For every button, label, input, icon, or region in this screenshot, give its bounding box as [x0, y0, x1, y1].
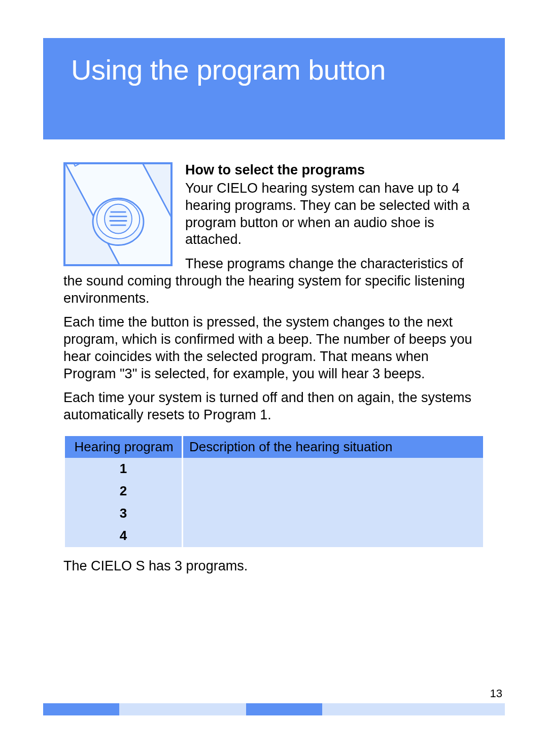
footer-stripe	[43, 703, 505, 715]
footer-segment	[246, 703, 322, 715]
footnote: The CIELO S has 3 programs.	[63, 558, 485, 574]
programs-table: Hearing program Description of the heari…	[63, 436, 485, 547]
footer-segment	[119, 703, 246, 715]
table-row: 2	[65, 480, 483, 502]
table-row: 3	[65, 502, 483, 525]
programs-table-wrap: Hearing program Description of the heari…	[63, 436, 485, 547]
program-button-illustration	[63, 162, 173, 266]
cell-program: 2	[65, 480, 182, 502]
cell-description	[183, 480, 483, 502]
th-program: Hearing program	[65, 436, 182, 458]
cell-program: 1	[65, 458, 182, 480]
page-number: 13	[490, 687, 502, 700]
cell-description	[183, 525, 483, 547]
content: How to select the programs Your CIELO he…	[63, 162, 485, 574]
paragraph-3: Each time the button is pressed, the sys…	[63, 314, 485, 382]
table-row: 1	[65, 458, 483, 480]
cell-program: 3	[65, 502, 182, 525]
table-row: 4	[65, 525, 483, 547]
cell-program: 4	[65, 525, 182, 547]
cell-description	[183, 458, 483, 480]
svg-point-6	[105, 204, 132, 234]
page-title: Using the program button	[71, 53, 386, 86]
footer-segment	[43, 703, 119, 715]
footer-segment	[322, 703, 505, 715]
paragraph-4: Each time your system is turned off and …	[63, 389, 485, 424]
cell-description	[183, 502, 483, 525]
th-description: Description of the hearing situation	[183, 436, 483, 458]
